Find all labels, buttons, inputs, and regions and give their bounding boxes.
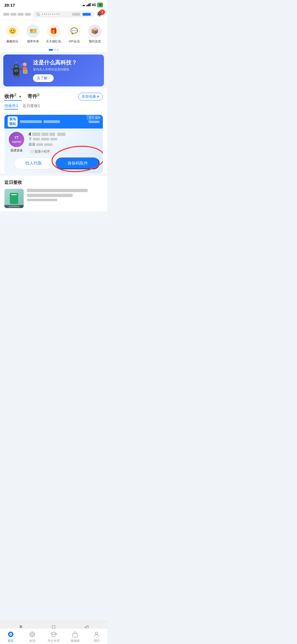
status-time: 20:17	[4, 3, 15, 7]
svg-rect-3	[90, 3, 90, 6]
quick-icons-row: 😊 裹酱积分 🎫 领寄件券 🎁 天天领红包 💬 VIP会员 📦 预约送货	[0, 20, 107, 47]
svg-line-5	[39, 15, 40, 16]
nav-dot-3	[18, 13, 24, 16]
svg-rect-0	[86, 5, 87, 6]
svg-text:A: A	[21, 63, 22, 65]
svg-rect-16	[19, 69, 22, 70]
jijian-icon: 🎫	[26, 24, 40, 38]
mini-program-tag[interactable]: ⬡ 圆通小程序	[29, 149, 52, 154]
vip-icon: 💬	[68, 24, 81, 38]
svg-rect-12	[15, 66, 18, 67]
mini-program-area: ⬡ 圆通小程序	[29, 149, 100, 154]
package-card[interactable]: 菜鸟驿站 官方 服务 YTexpress 圆通速递	[4, 115, 103, 173]
quick-icon-vip[interactable]: 💬 VIP会员	[66, 24, 82, 43]
banner-title: 这是什么高科技？	[33, 59, 100, 66]
status-bar: 20:17 ☁ 4G 78	[0, 0, 107, 9]
promo-banner[interactable]: A I 这是什么高科技？ 菜鸟无人车帮你送货到楼啦 去了解 ›	[3, 54, 104, 86]
svg-point-4	[37, 13, 39, 15]
page-indicator	[0, 47, 107, 52]
quick-icon-yuyue[interactable]: 📦 预约送货	[87, 24, 103, 43]
weapp-icon: ⬡	[31, 150, 34, 153]
yuyue-icon: 📦	[88, 24, 101, 38]
tab-receive[interactable]: 收件2 ▼	[4, 92, 22, 101]
package-detail: YTexpress 圆通速递 4 手	[4, 129, 103, 157]
plus-icon: +	[97, 94, 99, 99]
robot-illustration: A I	[8, 59, 30, 81]
package-number-row: 4	[29, 132, 100, 137]
jijian-label: 领寄件券	[27, 39, 39, 43]
yt-logo: YTexpress	[9, 132, 24, 147]
notification-area: 7	[96, 10, 104, 18]
cloud-icon: ☁	[82, 3, 85, 7]
send-count: 0	[37, 92, 40, 97]
nav-dot-1	[3, 13, 9, 16]
search-icon	[36, 12, 40, 16]
nav-blur-1	[72, 13, 80, 16]
recent-info-1	[27, 189, 103, 203]
dot-1	[49, 49, 53, 51]
battery-level: 78	[97, 3, 103, 7]
cainiao-logo: 菜鸟驿站	[8, 116, 18, 127]
express-label: S EXPRESS	[4, 205, 24, 208]
svg-point-14	[16, 62, 17, 63]
id-pickup-btn[interactable]: 身份码取件	[56, 157, 100, 169]
nav-dot-4	[25, 13, 31, 16]
svg-rect-1	[87, 4, 88, 6]
svg-point-9	[15, 70, 16, 72]
add-package-btn[interactable]: 添加包裹 +	[78, 93, 103, 100]
package-section: 收件2 ▼ 寄件0 添加包裹 + 待收件1 近日签收1	[0, 89, 107, 173]
notification-count: 7	[100, 9, 105, 15]
baozhan-icon: 😊	[6, 24, 19, 38]
nav-left-dots	[3, 13, 31, 16]
vip-label: VIP会员	[69, 39, 80, 43]
courier-name: 圆通速递	[10, 148, 23, 152]
package-tabs: 收件2 ▼ 寄件0 添加包裹 +	[4, 92, 103, 101]
official-service-badge: 官方 服务	[87, 115, 103, 121]
top-nav: • • • • • • • • • 7	[0, 9, 107, 20]
dropdown-arrow: ▼	[18, 95, 22, 99]
package-info: 4 手 圆通	[29, 132, 100, 154]
dot-3	[57, 49, 59, 51]
nav-dot-2	[10, 13, 16, 16]
recent-info-blur-2	[27, 194, 73, 197]
quick-icon-jijian[interactable]: 🎫 领寄件券	[25, 24, 41, 43]
recent-item-1[interactable]: S EXPRESS	[4, 189, 103, 208]
svg-point-17	[13, 75, 16, 77]
status-icons: ☁ 4G 78	[82, 3, 103, 7]
tracking-blurs	[20, 120, 100, 123]
package-sub-tabs: 待收件1 近日签收1	[4, 103, 103, 112]
svg-point-18	[17, 75, 20, 77]
package-thumb-box	[10, 193, 18, 204]
recent-section-title: 近日签收	[4, 180, 103, 185]
search-bar[interactable]: • • • • • • • • •	[33, 11, 94, 18]
courier-logo-area: YTexpress 圆通速递	[8, 132, 25, 152]
baozhan-label: 裹酱积分	[6, 39, 18, 43]
hongbao-icon: 🎁	[47, 24, 60, 38]
quick-icon-hongbao[interactable]: 🎁 天天领红包	[45, 24, 62, 43]
signal-strength	[86, 3, 91, 7]
banner-content: 这是什么高科技？ 菜鸟无人车帮你送货到楼啦 去了解 ›	[33, 59, 100, 82]
quick-icon-baozhan[interactable]: 😊 裹酱积分	[4, 24, 21, 43]
recent-thumb-1: S EXPRESS	[4, 189, 24, 208]
hongbao-label: 天天领红包	[46, 39, 61, 43]
scroll-content: 😊 裹酱积分 🎫 领寄件券 🎁 天天领红包 💬 VIP会员 📦 预约送货	[0, 20, 107, 233]
package-actions: 找人代取 身份码取件	[4, 157, 103, 173]
yuyue-label: 预约送货	[89, 39, 101, 43]
recent-info-blur-1	[27, 189, 88, 192]
receive-count: 2	[14, 92, 16, 97]
recent-info-blur-3	[27, 199, 57, 201]
recent-section: 近日签收 S EXPRESS	[0, 176, 107, 211]
tab-send[interactable]: 寄件0	[28, 92, 40, 101]
subtab-pending[interactable]: 待收件1	[4, 103, 18, 110]
svg-point-6	[99, 15, 100, 17]
svg-text:I: I	[22, 66, 23, 67]
find-agent-btn[interactable]: 找人代取	[14, 157, 53, 169]
subtab-recent[interactable]: 近日签收1	[23, 103, 40, 110]
svg-rect-2	[89, 4, 89, 6]
svg-point-10	[17, 70, 18, 72]
hand-info-row: 手	[29, 137, 100, 141]
network-type: 4G	[92, 3, 96, 7]
svg-rect-15	[10, 69, 13, 70]
banner-learn-btn[interactable]: 去了解 ›	[33, 74, 54, 82]
dot-2	[54, 49, 56, 51]
